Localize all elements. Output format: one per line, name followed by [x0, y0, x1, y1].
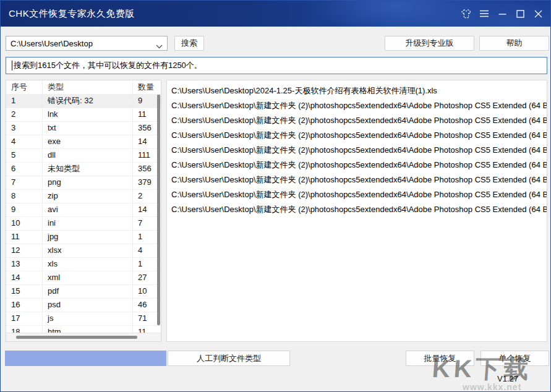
file-path-list: C:\Users\User\Desktop\2024-1.25-天极软件介绍有表… — [166, 80, 547, 342]
row-type: dll — [43, 149, 133, 162]
table-row[interactable]: 14 xml 27 — [6, 271, 161, 285]
row-no: 12 — [6, 244, 43, 257]
watermark-site: www.kkx.net — [463, 382, 521, 392]
upgrade-button[interactable]: 升级到专业版 — [385, 36, 474, 51]
row-type: xls — [43, 258, 133, 271]
row-type: lnk — [43, 108, 133, 121]
window-title: CHK文件恢复专家永久免费版 — [9, 8, 135, 20]
row-type: jpg — [43, 231, 133, 244]
app-window: CHK文件恢复专家永久免费版 — [0, 0, 551, 392]
row-no: 17 — [6, 312, 43, 325]
table-row[interactable]: 12 xlsx 4 — [6, 244, 161, 258]
path-combobox[interactable]: C:\Users\User\Desktop — [6, 36, 168, 51]
status-message: 搜索到1615个文件，其中可以恢复的文件有1250个。 — [14, 60, 202, 71]
header-type[interactable]: 类型 — [43, 80, 133, 94]
status-input[interactable]: 搜索到1615个文件，其中可以恢复的文件有1250个。 — [6, 57, 547, 74]
file-path[interactable]: C:\Users\User\Desktop\2024-1.25-天极软件介绍有表… — [171, 83, 547, 98]
table-header: 序号 类型 数量 — [6, 80, 161, 95]
titlebar-controls — [461, 1, 544, 27]
row-no: 8 — [6, 190, 43, 203]
file-path[interactable]: C:\Users\User\Desktop\新建文件夹 (2)\photosho… — [171, 98, 547, 113]
row-no: 5 — [6, 149, 43, 162]
skin-icon[interactable] — [461, 8, 472, 19]
single-recover-button[interactable]: 单个恢复 — [481, 351, 549, 366]
table-row[interactable]: 16 psd 46 — [6, 299, 161, 312]
row-no: 3 — [6, 122, 43, 135]
row-type: avi — [43, 203, 133, 216]
row-type: pdf — [43, 285, 133, 298]
table-body: 1 错误代码: 32 9 2 lnk 11 3 txt 356 4 exe 14… — [6, 95, 161, 333]
row-no: 4 — [6, 135, 43, 148]
file-path[interactable]: C:\Users\User\Desktop\新建文件夹 (2)\photosho… — [171, 158, 547, 173]
row-type: ini — [43, 217, 133, 230]
menu-icon[interactable] — [479, 8, 490, 19]
row-no: 1 — [6, 95, 43, 108]
minimize-icon[interactable] — [497, 8, 508, 19]
row-type: 未知类型 — [43, 163, 133, 176]
row-no: 14 — [6, 271, 43, 284]
version-label: V1.27 — [497, 374, 518, 383]
row-no: 9 — [6, 203, 43, 216]
close-icon[interactable] — [532, 8, 544, 19]
table-row[interactable]: 8 zip 2 — [6, 190, 161, 203]
row-no: 11 — [6, 231, 43, 244]
table-row[interactable]: 15 pdf 10 — [6, 285, 161, 299]
row-no: 13 — [6, 258, 43, 271]
table-row[interactable]: 4 exe 14 — [6, 135, 161, 149]
row-type: png — [43, 176, 133, 189]
progress-bar — [5, 351, 166, 366]
titlebar[interactable]: CHK文件恢复专家永久免费版 — [1, 1, 550, 27]
vertical-scrollbar[interactable] — [157, 81, 161, 332]
table-row[interactable]: 6 未知类型 356 — [6, 163, 161, 176]
row-type: xlsx — [43, 244, 133, 257]
search-button[interactable]: 搜索 — [174, 36, 204, 51]
row-type: 错误代码: 32 — [43, 95, 133, 108]
file-type-table: 序号 类型 数量 1 错误代码: 32 9 2 lnk 11 3 txt 356… — [6, 80, 161, 342]
file-path[interactable]: C:\Users\User\Desktop\新建文件夹 (2)\photosho… — [171, 202, 547, 217]
horizontal-scrollbar-thumb[interactable] — [16, 336, 137, 339]
file-path[interactable]: C:\Users\User\Desktop\新建文件夹 (2)\photosho… — [171, 187, 547, 202]
row-no: 10 — [6, 217, 43, 230]
row-no: 16 — [6, 299, 43, 312]
row-type: js — [43, 312, 133, 325]
text-caret — [12, 61, 12, 70]
table-row[interactable]: 9 avi 14 — [6, 203, 161, 217]
file-path[interactable]: C:\Users\User\Desktop\新建文件夹 (2)\photosho… — [171, 173, 547, 187]
maximize-icon[interactable] — [515, 8, 526, 19]
table-row[interactable]: 11 jpg 1 — [6, 231, 161, 244]
file-path[interactable]: C:\Users\User\Desktop\新建文件夹 (2)\photosho… — [171, 113, 547, 128]
help-button[interactable]: 帮助 — [479, 36, 549, 51]
path-combobox-value: C:\Users\User\Desktop — [11, 39, 93, 48]
header-no[interactable]: 序号 — [6, 80, 43, 94]
row-type: zip — [43, 190, 133, 203]
row-type: psd — [43, 299, 133, 312]
row-type: xml — [43, 271, 133, 284]
table-row[interactable]: 5 dll 111 — [6, 149, 161, 163]
horizontal-scrollbar[interactable] — [6, 333, 161, 341]
table-row[interactable]: 10 ini 7 — [6, 217, 161, 231]
table-row[interactable]: 13 xls 1 — [6, 258, 161, 271]
manual-judge-button[interactable]: 人工判断文件类型 — [168, 351, 290, 366]
row-no: 7 — [6, 176, 43, 189]
row-type: txt — [43, 122, 133, 135]
file-path[interactable]: C:\Users\User\Desktop\新建文件夹 (2)\photosho… — [171, 143, 547, 158]
batch-recover-button[interactable]: 批量恢复 — [406, 351, 474, 366]
table-row[interactable]: 17 js 71 — [6, 312, 161, 326]
table-row[interactable]: 2 lnk 11 — [6, 108, 161, 122]
vertical-scrollbar-thumb[interactable] — [157, 95, 160, 325]
row-no: 6 — [6, 163, 43, 176]
table-row[interactable]: 3 txt 356 — [6, 122, 161, 135]
table-row[interactable]: 1 错误代码: 32 9 — [6, 95, 161, 108]
file-path[interactable]: C:\Users\User\Desktop\新建文件夹 (2)\photosho… — [171, 128, 547, 143]
chevron-down-icon[interactable] — [156, 41, 163, 51]
row-type: exe — [43, 135, 133, 148]
table-row[interactable]: 7 png 379 — [6, 176, 161, 190]
row-no: 15 — [6, 285, 43, 298]
row-no: 2 — [6, 108, 43, 121]
